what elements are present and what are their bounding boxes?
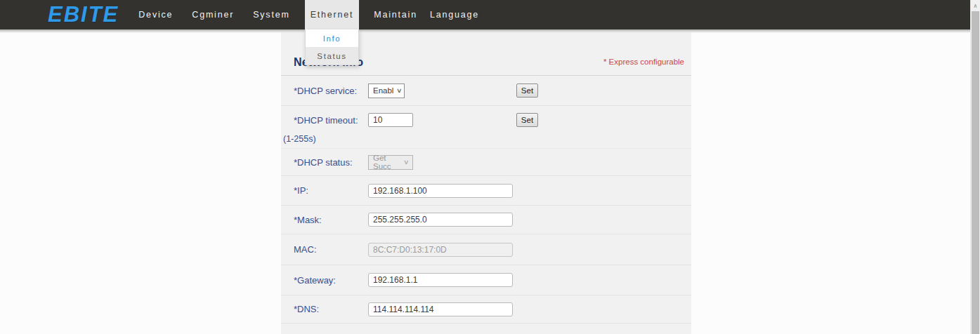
form-row-dhcp-status: *DHCP status: Get Succ ∨ <box>281 149 691 176</box>
select-value: Get Succ <box>373 154 400 171</box>
mac-input <box>368 243 513 257</box>
dropdown-item-status[interactable]: Status <box>306 47 359 65</box>
ip-input[interactable] <box>368 184 513 198</box>
nav-item-label: Device <box>138 10 173 20</box>
brand-logo: EBITE <box>48 2 119 27</box>
mac-label: MAC: <box>281 244 368 255</box>
form-row-stub <box>281 323 691 334</box>
network-info-panel: Network Info * Express configurable *DHC… <box>281 32 691 334</box>
dropdown-item-label: Info <box>323 34 341 43</box>
chevron-down-icon: ∨ <box>403 159 410 166</box>
dhcp-timeout-set-button[interactable]: Set <box>516 113 538 127</box>
nav-item-language[interactable]: Language <box>426 0 483 29</box>
dropdown-item-label: Status <box>317 52 346 60</box>
gateway-input[interactable] <box>368 273 513 287</box>
form-row-mac: MAC: <box>281 234 691 265</box>
dhcp-timeout-input[interactable] <box>368 113 413 127</box>
scroll-up-icon: ∧ <box>974 3 978 9</box>
ethernet-dropdown-menu: Info Status <box>305 29 360 65</box>
dns-label: *DNS: <box>281 304 368 314</box>
nav-item-label: Language <box>430 10 479 20</box>
nav-item-system[interactable]: System <box>249 0 294 29</box>
vertical-scrollbar[interactable]: ∧ <box>970 0 980 334</box>
dhcp-service-set-button[interactable]: Set <box>516 84 538 98</box>
nav-item-label: Ethernet <box>311 10 354 20</box>
form-row-ip: *IP: <box>281 176 691 206</box>
dns-input[interactable] <box>368 302 513 316</box>
dhcp-status-select: Get Succ ∨ <box>368 155 413 170</box>
navbar-shadow <box>0 29 970 33</box>
mask-input[interactable] <box>368 213 513 227</box>
dhcp-timeout-label: *DHCP timeout: <box>281 115 368 126</box>
dhcp-status-label: *DHCP status: <box>281 157 368 168</box>
chevron-down-icon: ∨ <box>396 87 403 94</box>
express-configurable-note: * Express configurable <box>603 58 684 66</box>
mask-label: *Mask: <box>281 215 368 225</box>
nav-item-device[interactable]: Device <box>134 0 177 29</box>
dhcp-timeout-range-label: (1-255s) <box>283 134 691 144</box>
dhcp-service-label: *DHCP service: <box>281 86 368 96</box>
nav-item-label: Cgminer <box>192 10 234 20</box>
form-row-dhcp-timeout: *DHCP timeout: (1-255s) Set <box>281 106 691 149</box>
nav-item-label: System <box>253 10 289 20</box>
nav-item-maintain[interactable]: Maintain <box>370 0 422 29</box>
dhcp-service-select[interactable]: Enabl ∨ <box>368 84 405 98</box>
nav-item-label: Maintain <box>374 10 417 20</box>
nav-menu: Device Cgminer System Ethernet Info Stat… <box>134 0 483 29</box>
select-value: Enabl <box>373 86 393 95</box>
form-row-mask: *Mask: <box>281 206 691 234</box>
nav-item-ethernet[interactable]: Ethernet Info Status <box>305 0 360 29</box>
gateway-label: *Gateway: <box>281 275 368 286</box>
form-row-dhcp-service: *DHCP service: Enabl ∨ Set <box>281 76 691 106</box>
form-row-gateway: *Gateway: <box>281 265 691 295</box>
form-row-dns: *DNS: <box>281 295 691 323</box>
nav-item-cgminer[interactable]: Cgminer <box>188 0 238 29</box>
top-navbar: EBITE Device Cgminer System Ethernet Inf… <box>0 0 970 29</box>
scrollbar-thumb[interactable] <box>972 11 979 334</box>
dropdown-item-info[interactable]: Info <box>306 29 359 47</box>
ip-label: *IP: <box>281 185 368 196</box>
scroll-up-button[interactable]: ∧ <box>971 0 980 11</box>
